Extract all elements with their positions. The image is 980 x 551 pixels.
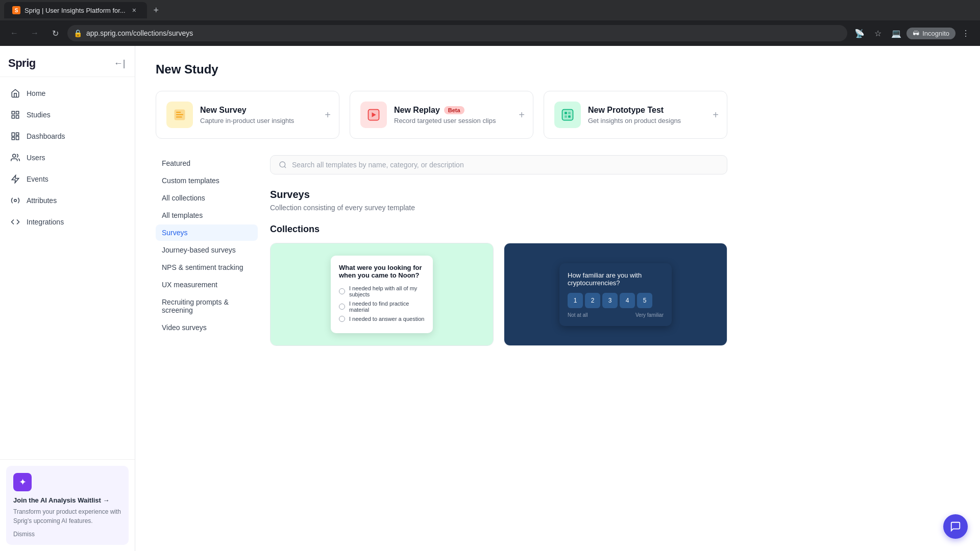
back-button[interactable]: ← xyxy=(6,25,22,41)
nps-numbers: 1 2 3 4 5 xyxy=(568,293,664,308)
study-card-replay[interactable]: New Replay Beta Record targeted user ses… xyxy=(350,91,533,139)
collections-title: Collections xyxy=(270,224,727,235)
radio-icon xyxy=(339,288,345,294)
ai-banner-dismiss-button[interactable]: Dismiss xyxy=(13,531,121,538)
nps-question: How familiar are you with cryptocurrenci… xyxy=(568,271,664,287)
menu-button[interactable]: ⋮ xyxy=(958,25,974,41)
nps-num-1: 1 xyxy=(568,293,583,308)
collection-card-nps[interactable]: How familiar are you with cryptocurrenci… xyxy=(504,243,727,346)
template-nav-nps[interactable]: NPS & sentiment tracking xyxy=(156,259,258,276)
journey-question: What were you looking for when you came … xyxy=(339,264,425,279)
sidebar-item-home[interactable]: Home xyxy=(4,83,131,104)
template-nav-journey[interactable]: Journey-based surveys xyxy=(156,242,258,258)
sidebar-item-studies-label: Studies xyxy=(27,111,51,119)
prototype-card-title: New Prototype Test xyxy=(588,106,717,115)
template-nav-all-templates[interactable]: All templates xyxy=(156,207,258,223)
study-card-survey[interactable]: New Survey Capture in-product user insig… xyxy=(156,91,339,139)
surveys-section-title: Surveys xyxy=(270,189,727,201)
events-icon xyxy=(10,174,20,184)
new-tab-button[interactable]: + xyxy=(149,3,163,17)
search-bar[interactable] xyxy=(270,155,727,174)
home-icon xyxy=(10,88,20,98)
template-nav-custom[interactable]: Custom templates xyxy=(156,172,258,189)
tab-close-button[interactable]: × xyxy=(130,6,139,15)
forward-button[interactable]: → xyxy=(27,25,43,41)
sidebar-item-events[interactable]: Events xyxy=(4,169,131,189)
svg-rect-14 xyxy=(176,117,182,118)
template-nav-video[interactable]: Video surveys xyxy=(156,319,258,336)
bookmark-button[interactable]: ☆ xyxy=(870,25,886,41)
address-bar[interactable]: 🔒 app.sprig.com/collections/surveys xyxy=(67,25,847,41)
prototype-icon xyxy=(554,102,581,128)
page-title: New Study xyxy=(156,62,727,77)
nps-num-3: 3 xyxy=(602,293,618,308)
template-main: Surveys Collection consisting of every s… xyxy=(270,155,727,346)
sidebar-item-attributes[interactable]: Attributes xyxy=(4,190,131,211)
svg-rect-7 xyxy=(16,133,19,135)
journey-option-2: I needed to find practice material xyxy=(339,300,425,313)
nps-label-right: Very familiar xyxy=(635,312,664,318)
svg-rect-21 xyxy=(565,115,567,118)
svg-rect-19 xyxy=(565,112,567,114)
browser-tabs: S Sprig | User Insights Platform for... … xyxy=(0,0,980,20)
url-text: app.sprig.com/collections/surveys xyxy=(86,29,193,37)
profile-button[interactable]: 💻 xyxy=(888,25,904,41)
sidebar-item-home-label: Home xyxy=(27,89,45,97)
sidebar-collapse-button[interactable]: ←| xyxy=(112,56,127,70)
svg-rect-13 xyxy=(176,114,183,115)
svg-marker-9 xyxy=(12,176,19,183)
collection-preview-nps: How familiar are you with cryptocurrenci… xyxy=(504,243,727,345)
template-nav-recruiting[interactable]: Recruiting prompts & screening xyxy=(156,294,258,318)
sidebar-logo: Sprig xyxy=(8,57,36,70)
sidebar-item-dashboards[interactable]: Dashboards xyxy=(4,126,131,146)
nps-num-5: 5 xyxy=(637,293,652,308)
survey-card-add-button[interactable]: + xyxy=(325,109,331,121)
study-cards: New Survey Capture in-product user insig… xyxy=(156,91,727,139)
ai-banner-title: Join the AI Analysis Waitlist → xyxy=(13,496,121,504)
svg-point-10 xyxy=(14,199,17,202)
tab-favicon: S xyxy=(12,6,20,14)
template-sidebar-nav: Featured Custom templates All collection… xyxy=(156,155,258,346)
incognito-icon: 🕶 xyxy=(913,30,919,37)
replay-card-content: New Replay Beta Record targeted user ses… xyxy=(394,106,523,124)
study-card-prototype[interactable]: New Prototype Test Get insights on produ… xyxy=(544,91,727,139)
sidebar-item-integrations[interactable]: Integrations xyxy=(4,212,131,232)
svg-rect-22 xyxy=(568,115,571,118)
main-content: New Study New Survey xyxy=(135,46,980,551)
svg-rect-6 xyxy=(12,137,14,140)
svg-point-8 xyxy=(13,154,16,157)
sidebar-item-studies[interactable]: Studies xyxy=(4,105,131,125)
sidebar-item-users[interactable]: Users xyxy=(4,147,131,168)
template-nav-all-collections[interactable]: All collections xyxy=(156,190,258,206)
search-icon xyxy=(279,161,287,169)
svg-rect-1 xyxy=(16,111,19,114)
incognito-button[interactable]: 🕶 Incognito xyxy=(906,28,955,39)
search-input[interactable] xyxy=(292,161,719,169)
toolbar-actions: 📡 ☆ 💻 🕶 Incognito ⋮ xyxy=(851,25,974,41)
sidebar-item-attributes-label: Attributes xyxy=(27,196,57,205)
lock-icon: 🔒 xyxy=(74,29,82,37)
sidebar-item-events-label: Events xyxy=(27,175,48,183)
sidebar-nav: Home Studies Dashboards xyxy=(0,77,135,459)
template-nav-featured[interactable]: Featured xyxy=(156,155,258,171)
svg-rect-0 xyxy=(12,111,14,114)
replay-card-add-button[interactable]: + xyxy=(519,109,525,121)
cast-button[interactable]: 📡 xyxy=(851,25,868,41)
active-tab[interactable]: S Sprig | User Insights Platform for... … xyxy=(4,2,147,18)
prototype-card-desc: Get insights on product designs xyxy=(588,117,717,124)
template-nav-ux[interactable]: UX measurement xyxy=(156,277,258,293)
sidebar-footer: ✦ Join the AI Analysis Waitlist → Transf… xyxy=(0,459,135,551)
template-nav-surveys[interactable]: Surveys xyxy=(156,224,258,241)
svg-rect-5 xyxy=(16,136,19,140)
nps-labels: Not at all Very familiar xyxy=(568,312,664,318)
attributes-icon xyxy=(10,195,20,206)
svg-rect-17 xyxy=(562,110,573,120)
survey-card-title: New Survey xyxy=(200,106,329,115)
prototype-card-add-button[interactable]: + xyxy=(713,109,719,121)
sidebar-item-integrations-label: Integrations xyxy=(27,218,64,226)
chat-button[interactable] xyxy=(943,514,968,539)
survey-icon xyxy=(166,102,193,128)
nps-label-left: Not at all xyxy=(568,312,587,318)
reload-button[interactable]: ↻ xyxy=(47,25,63,41)
collection-card-journey[interactable]: What were you looking for when you came … xyxy=(270,243,494,346)
